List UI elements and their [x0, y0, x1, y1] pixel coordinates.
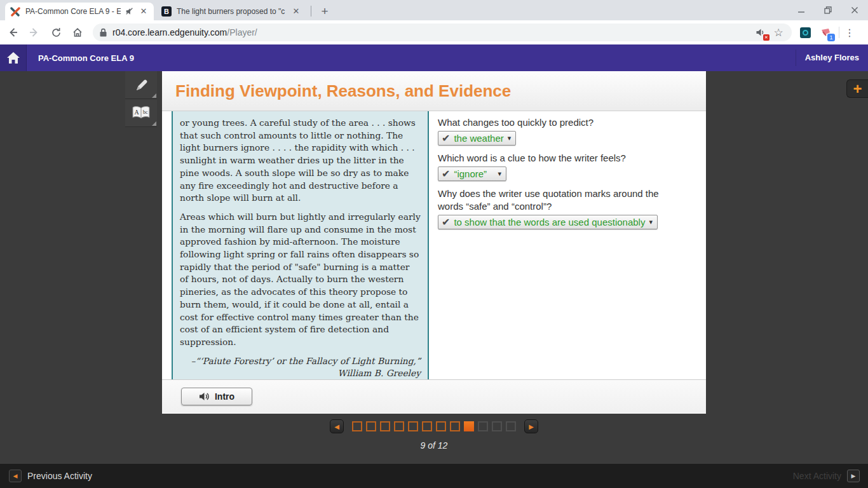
tile-corner-fold: [152, 93, 156, 98]
passage-paragraph: or young trees. A careful study of the a…: [180, 117, 421, 205]
app-bar: PA-Common Core ELA 9 Ashley Flores: [0, 44, 868, 71]
glossary-tool-button[interactable]: A bc: [125, 99, 157, 127]
tab-title: PA-Common Core ELA 9 - Ed: [25, 7, 121, 16]
pager-square-8[interactable]: [450, 421, 460, 431]
url-text: r04.core.learn.edgenuity.com/Player/: [112, 27, 750, 37]
activity-area: or young trees. A careful study of the a…: [162, 111, 706, 379]
question-prompt: Which word is a clue to how the writer f…: [438, 152, 676, 165]
activity-footer: Intro: [162, 379, 706, 413]
minimize-button[interactable]: [793, 2, 810, 18]
slide-pager: ◀ ▶: [0, 419, 868, 433]
pager-square-11[interactable]: [492, 421, 502, 431]
new-tab-button[interactable]: +: [316, 3, 333, 20]
answer-value: “ignore”: [454, 168, 487, 179]
muted-badge: ✕: [763, 34, 770, 41]
chevron-down-icon: ▾: [498, 170, 501, 178]
forward-icon[interactable]: [25, 24, 43, 41]
side-panel-expand-button[interactable]: +: [846, 79, 868, 98]
pager-square-4[interactable]: [394, 421, 404, 431]
player-content-panel: Finding Viewpoint, Reasons, and Evidence…: [162, 71, 706, 414]
next-activity-label: Next Activity: [793, 471, 841, 481]
lesson-header: Finding Viewpoint, Reasons, and Evidence: [162, 71, 706, 111]
intro-audio-button[interactable]: Intro: [181, 388, 252, 405]
answer-dropdown-2[interactable]: ✔ “ignore” ▾: [438, 166, 506, 181]
question-prompt: What changes too quickly to predict?: [438, 116, 676, 129]
pager-square-6[interactable]: [422, 421, 432, 431]
toolbar-separator: [839, 27, 839, 38]
pager-square-3[interactable]: [380, 421, 390, 431]
previous-activity-arrow-icon[interactable]: ◀: [9, 470, 22, 482]
pager-prev-button[interactable]: ◀: [330, 419, 344, 433]
highlighter-tool-button[interactable]: [125, 71, 157, 99]
chevron-down-icon: ▾: [508, 134, 512, 142]
extension-badge: 1: [827, 34, 835, 41]
passage-paragraph: Areas which will burn but lightly and ir…: [180, 211, 421, 349]
window-controls: [793, 0, 863, 20]
question-column: What changes too quickly to predict? ✔ t…: [438, 116, 676, 236]
close-window-button[interactable]: [846, 2, 863, 18]
extension-recorder-icon[interactable]: [798, 25, 812, 39]
url-bar[interactable]: r04.core.learn.edgenuity.com/Player/ ✕ ☆: [93, 24, 792, 41]
answer-dropdown-1[interactable]: ✔ the weather ▾: [438, 131, 516, 146]
pager-square-1[interactable]: [352, 421, 362, 431]
svg-text:A: A: [135, 109, 140, 116]
passage-attribution: –“‘Paiute Forestry’ or the Fallacy of Li…: [180, 355, 421, 379]
previous-activity[interactable]: ◀ Previous Activity: [9, 470, 92, 482]
lesson-title: Finding Viewpoint, Reasons, and Evidence: [175, 81, 511, 101]
pencil-icon: [133, 77, 149, 93]
speaker-icon: [199, 391, 210, 402]
reload-icon[interactable]: [47, 24, 65, 41]
pager-square-12[interactable]: [506, 421, 516, 431]
tab-muted-icon[interactable]: [125, 6, 135, 17]
glossary-book-icon: A bc: [132, 105, 151, 121]
tab-title: The light burners proposed to "c: [177, 7, 287, 16]
answer-value: the weather: [454, 133, 503, 144]
tab-brainly[interactable]: B The light burners proposed to "c ✕: [156, 3, 306, 20]
next-activity[interactable]: Next Activity ▶: [793, 470, 860, 482]
user-name[interactable]: Ashley Flores: [796, 50, 859, 66]
pager-square-10[interactable]: [478, 421, 488, 431]
browser-toolbar: r04.core.learn.edgenuity.com/Player/ ✕ ☆…: [0, 20, 868, 44]
tab-edgenuity[interactable]: PA-Common Core ELA 9 - Ed ✕: [5, 3, 154, 20]
correct-check-icon: ✔: [442, 132, 450, 144]
lms-home-button[interactable]: [0, 44, 27, 71]
tab-close-icon[interactable]: ✕: [139, 6, 149, 17]
back-icon[interactable]: [4, 24, 22, 41]
brainly-favicon-icon: B: [161, 6, 172, 17]
home-icon[interactable]: [69, 24, 86, 41]
browser-tab-strip: PA-Common Core ELA 9 - Ed ✕ B The light …: [0, 0, 868, 20]
previous-activity-label: Previous Activity: [27, 471, 92, 481]
pager-square-2[interactable]: [366, 421, 376, 431]
answer-value: to show that the words are used question…: [454, 217, 645, 227]
url-path: /Player/: [227, 27, 257, 37]
browser-menu-icon[interactable]: ⋮: [844, 27, 855, 39]
tool-sidebar: A bc: [125, 71, 157, 127]
pager-square-9[interactable]: [464, 421, 474, 431]
pager-square-7[interactable]: [436, 421, 446, 431]
pager-squares: [352, 421, 516, 431]
tab-close-icon[interactable]: ✕: [291, 6, 301, 17]
next-activity-arrow-icon[interactable]: ▶: [847, 470, 860, 482]
tab-separator: [311, 6, 311, 17]
restore-button[interactable]: [820, 2, 836, 18]
activity-nav-bar: ◀ Previous Activity Next Activity ▶: [0, 464, 868, 488]
answer-dropdown-3[interactable]: ✔ to show that the words are used questi…: [438, 215, 658, 229]
course-title: PA-Common Core ELA 9: [38, 53, 134, 63]
edgenuity-favicon-icon: [10, 6, 20, 17]
pager-progress-label: 9 of 12: [0, 440, 868, 451]
pager-next-button[interactable]: ▶: [524, 419, 538, 433]
pager-square-5[interactable]: [408, 421, 418, 431]
correct-check-icon: ✔: [442, 216, 450, 228]
lock-icon: [99, 28, 107, 37]
svg-text:bc: bc: [143, 109, 148, 115]
intro-button-label: Intro: [215, 391, 234, 402]
site-muted-icon[interactable]: ✕: [754, 25, 768, 39]
question-prompt: Why does the writer use quotation marks …: [438, 187, 676, 213]
chevron-down-icon: ▾: [649, 218, 653, 226]
tile-corner-fold: [152, 121, 156, 126]
correct-check-icon: ✔: [442, 168, 450, 180]
url-domain: r04.core.learn.edgenuity.com: [112, 27, 227, 37]
extension-notification-icon[interactable]: 1: [818, 25, 832, 39]
reading-passage: or young trees. A careful study of the a…: [172, 111, 429, 379]
bookmark-star-icon[interactable]: ☆: [771, 25, 785, 39]
